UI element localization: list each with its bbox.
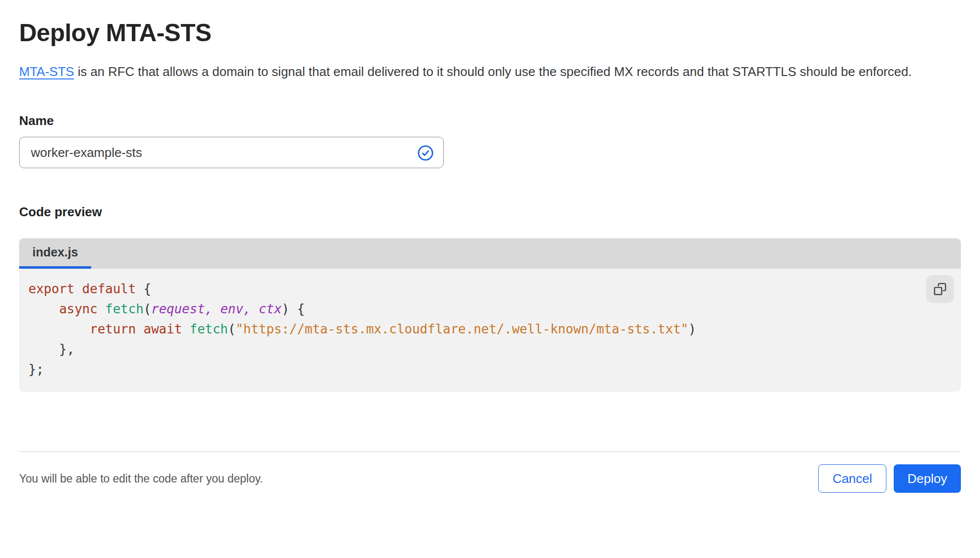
code-line: return await fetch("https://mta-sts.mx.c… — [28, 319, 917, 339]
footer-buttons: Cancel Deploy — [818, 464, 961, 493]
code-tab-bar: index.js — [19, 238, 961, 269]
name-input-wrap — [19, 137, 444, 168]
copy-code-button[interactable] — [926, 275, 954, 303]
tab-label: index.js — [32, 245, 78, 259]
code-preview-label: Code preview — [19, 204, 961, 220]
mta-sts-link[interactable]: MTA-STS — [19, 64, 74, 79]
footer-note: You will be able to edit the code after … — [19, 472, 263, 485]
code-line: export default { — [28, 279, 917, 299]
deploy-button[interactable]: Deploy — [894, 464, 961, 493]
code-line: }; — [28, 359, 917, 380]
code-preview-card: index.js export default { async fetch(re… — [19, 238, 961, 392]
footer: You will be able to edit the code after … — [19, 464, 961, 493]
tab-index-js[interactable]: index.js — [19, 238, 91, 269]
code-line: async fetch(request, env, ctx) { — [28, 299, 917, 319]
code-line: }, — [28, 339, 917, 359]
code-area: export default { async fetch(request, en… — [19, 269, 961, 392]
description-text: is an RFC that allows a domain to signal… — [74, 64, 912, 79]
deploy-mta-sts-dialog: Deploy MTA-STS MTA-STS is an RFC that al… — [0, 18, 980, 493]
code-block: export default { async fetch(request, en… — [28, 279, 917, 380]
copy-icon — [933, 282, 947, 296]
name-input[interactable] — [20, 137, 443, 168]
page-title: Deploy MTA-STS — [19, 18, 961, 48]
footer-divider — [19, 451, 961, 452]
cancel-button[interactable]: Cancel — [818, 464, 886, 493]
description: MTA-STS is an RFC that allows a domain t… — [19, 61, 951, 83]
name-label: Name — [19, 113, 961, 128]
